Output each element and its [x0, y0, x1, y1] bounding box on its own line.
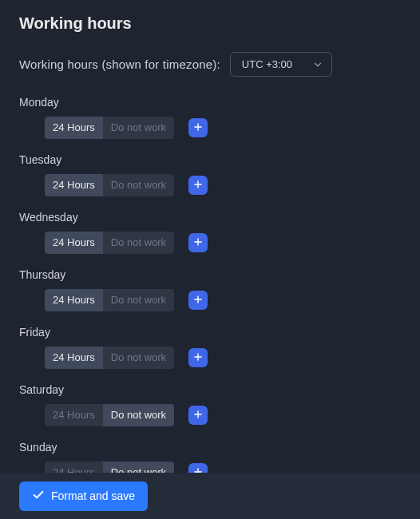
hours-segmented: 24 HoursDo not work [45, 347, 174, 369]
day-label: Thursday [19, 268, 401, 281]
plus-icon [192, 409, 204, 422]
hours-segmented: 24 HoursDo not work [45, 174, 174, 196]
24-hours-button[interactable]: 24 Hours [45, 347, 103, 369]
do-not-work-button[interactable]: Do not work [103, 174, 174, 196]
add-time-range-button[interactable] [188, 176, 208, 195]
footer: Format and save [0, 473, 420, 519]
day-controls: 24 HoursDo not work [19, 117, 401, 139]
plus-icon [192, 351, 204, 365]
add-time-range-button[interactable] [188, 406, 208, 425]
plus-icon [192, 236, 204, 250]
timezone-select[interactable]: UTC +3:00 [230, 52, 332, 77]
format-and-save-button[interactable]: Format and save [19, 481, 148, 511]
timezone-row: Working hours (shown for timezone): UTC … [19, 52, 401, 77]
hours-segmented: 24 HoursDo not work [45, 289, 174, 311]
add-time-range-button[interactable] [188, 233, 208, 252]
do-not-work-button[interactable]: Do not work [103, 117, 174, 139]
day-label: Tuesday [19, 153, 401, 166]
do-not-work-button[interactable]: Do not work [103, 289, 174, 311]
plus-icon [192, 294, 204, 307]
hours-segmented: 24 HoursDo not work [45, 404, 174, 426]
timezone-label: Working hours (shown for timezone): [19, 57, 220, 71]
day-controls: 24 HoursDo not work [19, 174, 401, 196]
hours-segmented: 24 HoursDo not work [45, 117, 174, 139]
24-hours-button[interactable]: 24 Hours [45, 232, 103, 254]
day-label: Friday [19, 326, 401, 339]
add-time-range-button[interactable] [188, 291, 208, 310]
plus-icon [192, 179, 204, 192]
timezone-value: UTC +3:00 [242, 58, 292, 70]
24-hours-button[interactable]: 24 Hours [45, 289, 103, 311]
day-block: Friday24 HoursDo not work [19, 326, 401, 369]
day-controls: 24 HoursDo not work [19, 404, 401, 426]
do-not-work-button[interactable]: Do not work [103, 232, 174, 254]
day-controls: 24 HoursDo not work [19, 232, 401, 254]
day-block: Tuesday24 HoursDo not work [19, 153, 401, 196]
day-controls: 24 HoursDo not work [19, 347, 401, 369]
day-label: Sunday [19, 441, 401, 454]
day-block: Monday24 HoursDo not work [19, 96, 401, 139]
hours-segmented: 24 HoursDo not work [45, 232, 174, 254]
do-not-work-button[interactable]: Do not work [103, 347, 174, 369]
24-hours-button[interactable]: 24 Hours [45, 117, 103, 139]
day-controls: 24 HoursDo not work [19, 289, 401, 311]
plus-icon [192, 121, 204, 135]
day-block: Wednesday24 HoursDo not work [19, 211, 401, 254]
add-time-range-button[interactable] [188, 348, 208, 367]
24-hours-button[interactable]: 24 Hours [45, 404, 103, 426]
day-block: Thursday24 HoursDo not work [19, 268, 401, 311]
24-hours-button[interactable]: 24 Hours [45, 174, 103, 196]
day-label: Monday [19, 96, 401, 109]
add-time-range-button[interactable] [188, 118, 208, 137]
do-not-work-button[interactable]: Do not work [103, 404, 174, 426]
day-block: Saturday24 HoursDo not work [19, 383, 401, 426]
save-button-label: Format and save [51, 489, 135, 502]
day-label: Saturday [19, 383, 401, 396]
chevron-down-icon [312, 59, 323, 70]
page-title: Working hours [19, 14, 401, 33]
day-label: Wednesday [19, 211, 401, 224]
check-icon [32, 489, 45, 504]
